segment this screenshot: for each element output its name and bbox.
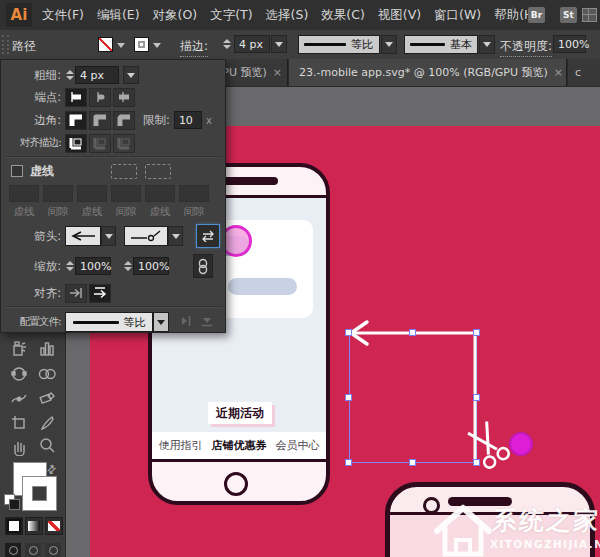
gradient-mode-button[interactable] [25, 517, 43, 535]
corner-miter-button[interactable] [65, 111, 87, 130]
stock-button[interactable]: St [560, 7, 577, 23]
artboard-tool-icon[interactable] [7, 412, 31, 434]
nav-coupons: 店铺优惠券 [212, 438, 267, 453]
flip-across-icon[interactable] [200, 313, 215, 332]
shape-builder-tool-icon[interactable] [7, 363, 31, 385]
opacity-value[interactable]: 100% [553, 35, 586, 53]
brush-chevron-icon[interactable] [479, 35, 495, 54]
blend-tool-icon[interactable] [35, 363, 59, 385]
scale-start-stepper[interactable] [65, 257, 75, 275]
stroke-chevron-icon[interactable] [153, 43, 161, 48]
brush-dropdown[interactable]: 基本 [404, 35, 478, 54]
weight-value[interactable]: 4 px [75, 66, 119, 84]
scale-start-value[interactable]: 100% [75, 257, 111, 275]
document-tab-1[interactable]: GB/GPU 预览) × [226, 59, 288, 86]
link-scale-button[interactable] [193, 254, 213, 278]
draw-behind-button[interactable] [25, 543, 41, 557]
panel-grip[interactable] [2, 35, 9, 54]
dash-field-2[interactable] [77, 185, 107, 202]
limit-value[interactable]: 10 [174, 111, 202, 129]
color-mode-button[interactable] [5, 517, 23, 535]
magenta-dot-2[interactable] [509, 432, 533, 456]
dash-field-3[interactable] [145, 185, 175, 202]
arrowhead-start-chevron-icon[interactable] [101, 226, 116, 246]
cap-butt-button[interactable] [65, 88, 87, 107]
scale-end-stepper[interactable] [123, 257, 133, 275]
align-stroke-inside-button[interactable] [89, 134, 111, 153]
phone1-nav-bar: 使用指引 店铺优惠券 会员中心 [152, 432, 326, 462]
draw-normal-button[interactable] [5, 543, 21, 557]
align-arrow-tip-button[interactable] [65, 284, 87, 303]
symbol-sprayer-tool-icon[interactable] [7, 337, 31, 359]
stroke-weight-dropdown-icon[interactable] [271, 35, 287, 53]
tab1-close-icon[interactable]: × [273, 66, 282, 79]
stroke-swatch[interactable] [134, 37, 149, 52]
handle-mid-left[interactable] [345, 394, 352, 401]
default-colors-icon[interactable] [4, 494, 15, 505]
weight-stepper[interactable] [65, 66, 75, 84]
swap-arrowheads-button[interactable] [196, 224, 220, 248]
corner-round-button[interactable] [89, 111, 111, 130]
cap-round-button[interactable] [89, 88, 111, 107]
stroke-weight-value[interactable]: 4 px [234, 35, 270, 53]
handle-mid-right[interactable] [473, 394, 480, 401]
width-profile-chevron-icon[interactable] [381, 35, 397, 54]
handle-top-right[interactable] [473, 329, 480, 336]
menu-view[interactable]: 视图(V) [376, 7, 423, 24]
arrowhead-end-chevron-icon[interactable] [168, 226, 183, 246]
handle-bottom-left[interactable] [345, 459, 352, 466]
weight-dropdown-icon[interactable] [123, 66, 139, 84]
gap-field-1[interactable] [43, 185, 73, 202]
stroke-weight-label[interactable]: 描边: [180, 38, 208, 57]
width-profile-dropdown[interactable]: 等比 [298, 35, 380, 54]
dashed-line-checkbox[interactable] [11, 165, 23, 177]
column-graph-tool-icon[interactable] [35, 337, 59, 359]
zoom-tool-icon[interactable] [35, 435, 59, 457]
fill-swatch[interactable] [98, 37, 113, 52]
corner-bevel-button[interactable] [113, 111, 135, 130]
menu-select[interactable]: 选择(S) [264, 7, 311, 24]
fill-chevron-icon[interactable] [117, 43, 125, 48]
handle-top-left[interactable] [345, 329, 352, 336]
eraser-tool-icon[interactable] [35, 387, 59, 409]
handle-bottom-mid[interactable] [409, 459, 416, 466]
cap-projecting-button[interactable] [113, 88, 135, 107]
brush-value: 基本 [450, 37, 472, 52]
draw-inside-button[interactable] [45, 543, 61, 557]
gap-field-3[interactable] [179, 185, 209, 202]
curvature-tool-icon[interactable] [7, 387, 31, 409]
profile-chevron-icon[interactable] [153, 312, 169, 332]
dash-field-1[interactable] [9, 185, 39, 202]
menu-window[interactable]: 窗口(W) [432, 7, 483, 24]
flip-along-icon[interactable] [179, 313, 194, 332]
hand-tool-icon[interactable] [7, 435, 31, 457]
profile-dropdown[interactable]: 等比 [65, 312, 153, 332]
menu-object[interactable]: 对象(O) [151, 7, 200, 24]
app-logo-icon[interactable]: Ai [6, 3, 32, 27]
menu-type[interactable]: 文字(T) [208, 7, 254, 24]
align-stroke-center-button[interactable] [65, 134, 87, 153]
scale-end-value[interactable]: 100% [133, 257, 169, 275]
document-tab-2[interactable]: 23.-mobile app.svg* @ 100% (RGB/GPU 预览) … [289, 59, 567, 86]
dash-preserve-button[interactable] [111, 164, 137, 179]
align-stroke-outside-button[interactable] [113, 134, 135, 153]
stroke-color-swatch[interactable] [22, 476, 57, 511]
tab2-close-icon[interactable]: × [554, 66, 563, 79]
knife-tool-icon[interactable] [35, 412, 59, 434]
menu-file[interactable]: 文件(F) [40, 7, 86, 24]
bridge-button[interactable]: Br [528, 7, 545, 23]
align-arrow-end-button[interactable] [89, 284, 111, 303]
arrowhead-end-dropdown[interactable] [124, 226, 168, 246]
document-tab-3[interactable]: c [568, 59, 600, 86]
dash-align-button[interactable] [145, 164, 171, 179]
skeleton-pill-2 [228, 278, 297, 295]
stroke-weight-stepper[interactable] [222, 36, 231, 52]
workspace-switcher-icon[interactable] [582, 8, 597, 22]
none-mode-button[interactable] [45, 517, 63, 535]
menu-edit[interactable]: 编辑(E) [95, 7, 142, 24]
opacity-label[interactable]: 不透明度: [500, 38, 552, 57]
arrowhead-start-dropdown[interactable] [65, 226, 101, 246]
menu-effect[interactable]: 效果(C) [319, 7, 366, 24]
handle-top-mid[interactable] [409, 329, 416, 336]
gap-field-2[interactable] [111, 185, 141, 202]
